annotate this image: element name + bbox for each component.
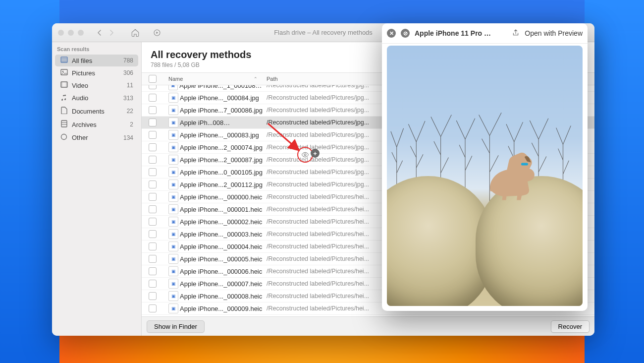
file-icon: ▣ (168, 118, 178, 127)
minimize-dot[interactable] (68, 30, 74, 36)
file-icon: ▣ (168, 254, 178, 264)
select-all-checkbox[interactable] (149, 75, 157, 83)
preview-image (387, 46, 583, 306)
file-icon: ▣ (168, 303, 178, 313)
sidebar-item-count: 2 (130, 121, 133, 128)
sidebar: Scan results All files788Pictures306Vide… (52, 42, 142, 336)
svg-point-6 (62, 71, 63, 72)
row-checkbox[interactable] (149, 230, 157, 238)
row-checkbox[interactable] (149, 218, 157, 226)
file-name: Apple iPhone...7_000086.jpg (180, 107, 263, 114)
row-checkbox[interactable] (149, 280, 157, 288)
preview-block-icon[interactable]: ⊘ (401, 29, 410, 38)
svg-point-13 (61, 134, 67, 140)
file-icon: ▣ (168, 204, 178, 214)
close-dot[interactable] (58, 30, 64, 36)
row-checkbox[interactable] (149, 304, 157, 312)
sidebar-item-other[interactable]: Other134 (55, 131, 138, 144)
recover-button[interactable]: Recover (551, 320, 590, 333)
file-icon: ▣ (168, 217, 178, 227)
file-name: Apple iPhone...2_000087.jpg (180, 156, 263, 164)
row-checkbox[interactable] (149, 267, 157, 275)
sidebar-icon (60, 57, 68, 64)
row-checkbox[interactable] (149, 242, 157, 250)
sidebar-item-count: 788 (123, 57, 133, 64)
file-name: Apple iPhone..._000000.heic (180, 193, 262, 201)
open-with-preview-link[interactable]: Open with Preview (525, 29, 583, 37)
share-icon[interactable] (512, 29, 520, 38)
file-icon: ▣ (168, 180, 178, 189)
row-checkbox[interactable] (149, 255, 157, 263)
footer-bar: Show in Finder Recover (142, 316, 594, 336)
file-icon: ▣ (168, 93, 178, 103)
sidebar-icon (60, 81, 68, 89)
sidebar-item-pictures[interactable]: Pictures306 (55, 67, 138, 79)
file-icon: ▣ (168, 142, 178, 152)
home-icon[interactable] (129, 27, 141, 39)
svg-line-15 (268, 123, 298, 149)
sidebar-item-all-files[interactable]: All files788 (55, 55, 138, 66)
sidebar-item-count: 22 (127, 108, 133, 115)
sidebar-item-video[interactable]: Video11 (55, 79, 138, 91)
sidebar-item-audio[interactable]: Audio313 (55, 92, 138, 104)
forward-button[interactable] (106, 27, 117, 39)
sidebar-icon (60, 107, 68, 116)
sidebar-item-label: Audio (72, 94, 119, 102)
file-name: Apple iPhone...0_000105.jpg (180, 169, 263, 176)
file-name: Apple iPhone..._000001.heic (180, 206, 262, 213)
row-checkbox[interactable] (149, 156, 157, 164)
row-checkbox[interactable] (149, 168, 157, 176)
file-icon: ▣ (168, 242, 178, 251)
row-checkbox[interactable] (149, 181, 157, 188)
sidebar-item-count: 11 (127, 82, 133, 89)
row-checkbox[interactable] (149, 143, 157, 151)
file-icon: ▣ (168, 85, 178, 90)
show-in-finder-button[interactable]: Show in Finder (147, 320, 205, 333)
file-name: Apple iPh...0082.jpg (180, 119, 233, 126)
file-icon: ▣ (168, 167, 178, 177)
add-recovery-icon[interactable]: + (311, 149, 320, 158)
preview-panel: ✕ ⊘ Apple iPhone 11 Pro 2459x... Open wi… (382, 23, 588, 311)
preview-title: Apple iPhone 11 Pro 2459x... (415, 29, 494, 37)
row-checkbox[interactable] (149, 205, 157, 213)
file-name: Apple iPhone...2_000074.jpg (180, 144, 263, 151)
file-name: Apple iPhone..._000084.jpg (180, 94, 259, 102)
sidebar-item-label: All files (72, 57, 119, 64)
file-name: Apple iPhone..._000083.jpg (180, 131, 259, 139)
zoom-dot[interactable] (78, 30, 84, 36)
sidebar-item-label: Archives (72, 121, 126, 128)
file-name: Apple iPhone...2_000112.jpg (180, 181, 263, 188)
row-checkbox[interactable] (149, 119, 157, 126)
sidebar-icon (60, 94, 68, 102)
file-name: Apple iPhone..._000004.heic (180, 243, 262, 250)
file-icon: ▣ (168, 105, 178, 115)
row-checkbox[interactable] (149, 85, 157, 89)
row-checkbox[interactable] (149, 131, 157, 139)
file-name: Apple iPhone..._000002.heic (180, 218, 262, 226)
file-icon: ▣ (168, 130, 178, 140)
sidebar-item-archives[interactable]: Archives2 (55, 118, 138, 131)
traffic-lights (58, 30, 84, 36)
row-checkbox[interactable] (149, 94, 157, 102)
back-button[interactable] (94, 27, 106, 39)
wallpaper-left (0, 0, 59, 363)
sidebar-item-documents[interactable]: Documents22 (55, 105, 138, 118)
svg-rect-10 (61, 121, 67, 127)
sort-indicator-icon: ⌃ (254, 76, 258, 81)
file-name: Apple iPhone..._000006.heic (180, 268, 262, 275)
sidebar-icon (60, 133, 68, 142)
scan-icon[interactable] (151, 27, 163, 39)
row-checkbox[interactable] (149, 292, 157, 300)
row-checkbox[interactable] (149, 106, 157, 114)
annotation-arrow (265, 121, 305, 155)
sidebar-item-label: Pictures (72, 69, 119, 77)
sidebar-item-label: Other (72, 134, 119, 141)
sidebar-item-count: 134 (123, 134, 133, 141)
preview-close-icon[interactable]: ✕ (387, 29, 396, 38)
row-checkbox[interactable] (149, 193, 157, 201)
sidebar-item-count: 306 (123, 69, 133, 76)
preview-dog (483, 139, 542, 207)
column-name[interactable]: Name ⌃ (163, 76, 263, 82)
sidebar-item-count: 313 (123, 95, 133, 102)
file-name: Apple iPhone..._000005.heic (180, 255, 262, 263)
